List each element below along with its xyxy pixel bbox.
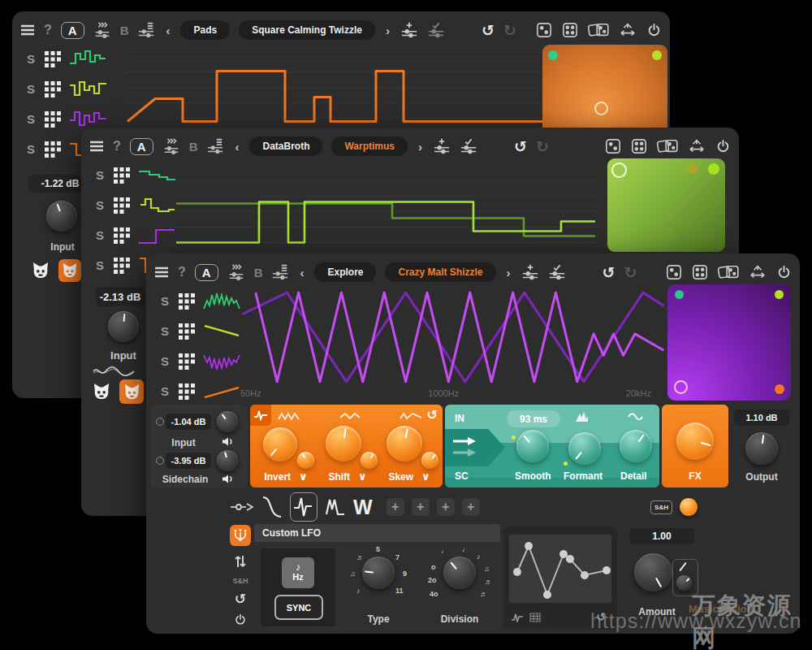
edit-params-icon[interactable] xyxy=(206,137,224,155)
add-shape-button[interactable]: + xyxy=(387,498,404,516)
die-icon-1[interactable] xyxy=(666,264,682,280)
lane-waveform-thumb[interactable] xyxy=(138,165,175,186)
solo-button[interactable]: S xyxy=(96,228,106,242)
morph-balance-icon[interactable] xyxy=(749,264,767,280)
input-gain-knob[interactable] xyxy=(46,201,77,232)
add-shape-button[interactable]: + xyxy=(412,498,430,516)
add-preset-icon[interactable] xyxy=(521,263,539,281)
solo-button[interactable]: S xyxy=(161,384,171,398)
slot-b-button[interactable]: B xyxy=(120,24,129,37)
skew-dropdown-chevron[interactable]: ∨ xyxy=(421,470,430,483)
preset-category-button[interactable]: DataBroth xyxy=(249,136,322,156)
die-icon-2[interactable] xyxy=(692,264,708,280)
xy-cursor-ring[interactable] xyxy=(674,380,688,394)
fx-knob[interactable] xyxy=(676,422,714,460)
next-preset-button[interactable]: › xyxy=(505,266,512,280)
grid-icon[interactable] xyxy=(114,258,130,274)
cat-orange-button[interactable] xyxy=(119,379,144,404)
grid-icon[interactable] xyxy=(179,323,195,340)
smooth-knob[interactable] xyxy=(516,430,549,462)
amount-fine-knob[interactable] xyxy=(676,575,692,591)
strip-power-button[interactable] xyxy=(234,613,247,626)
shift-fine-knob[interactable] xyxy=(361,452,378,469)
output-gain-value[interactable]: 1.10 dB xyxy=(734,410,789,426)
sync-button[interactable]: SYNC xyxy=(274,595,323,620)
menu-icon[interactable] xyxy=(20,24,35,36)
preset-category-button[interactable]: Pads xyxy=(180,20,230,40)
slot-b-button[interactable]: B xyxy=(189,140,198,154)
sc-tilde-icon[interactable] xyxy=(627,412,643,420)
strip-sh-label[interactable]: S&H xyxy=(232,577,248,585)
preset-category-button[interactable]: Explore xyxy=(314,262,376,282)
undo-button[interactable]: ↺ xyxy=(514,139,527,154)
grid-icon[interactable] xyxy=(114,197,130,214)
invert-knob[interactable] xyxy=(263,427,297,462)
add-preset-icon[interactable] xyxy=(433,137,451,155)
speaker-icon[interactable] xyxy=(222,474,234,484)
amount-knob[interactable] xyxy=(634,553,672,592)
slot-a-button[interactable]: A xyxy=(61,22,84,39)
morph-balance-icon[interactable] xyxy=(688,138,706,154)
xy-handle-yellow[interactable] xyxy=(775,290,784,299)
solo-button[interactable]: S xyxy=(96,258,106,272)
lfo-routing-button[interactable] xyxy=(230,525,251,546)
solo-button[interactable]: S xyxy=(27,142,37,156)
help-button[interactable]: ? xyxy=(178,265,186,280)
solo-button[interactable]: S xyxy=(96,168,106,182)
lane-waveform-thumb[interactable] xyxy=(138,195,175,216)
input-gain-value[interactable]: -2.13 dB xyxy=(96,287,145,306)
lane-waveform-thumb[interactable] xyxy=(69,109,106,130)
speaker-icon[interactable] xyxy=(222,436,234,447)
type-knob[interactable] xyxy=(362,557,395,589)
next-preset-button[interactable]: › xyxy=(417,140,424,154)
hz-mode-button[interactable]: ♪ Hz xyxy=(282,557,314,588)
menu-icon[interactable] xyxy=(154,266,169,278)
shift-shape-icon[interactable] xyxy=(339,411,362,421)
next-preset-button[interactable]: › xyxy=(384,24,391,37)
lfo-shape-curve-icon[interactable] xyxy=(261,495,283,519)
invert-fine-knob[interactable] xyxy=(297,452,314,469)
preset-name-button[interactable]: Square Calming Twizzle xyxy=(239,20,375,40)
lfo-shape-double-spike-icon[interactable] xyxy=(325,495,346,519)
division-knob[interactable] xyxy=(443,557,476,589)
undo-button[interactable]: ↺ xyxy=(482,23,495,38)
sequence-morph-icon[interactable] xyxy=(162,137,180,155)
cat-outline-icon[interactable] xyxy=(32,262,50,279)
dice-pair-icon[interactable] xyxy=(657,138,678,154)
die-icon-1[interactable] xyxy=(536,22,552,38)
shift-knob[interactable] xyxy=(326,426,361,462)
sidechain-gain-value[interactable]: -3.95 dB xyxy=(166,453,211,469)
die-icon-1[interactable] xyxy=(605,138,621,154)
xy-handle-yellow[interactable] xyxy=(652,50,662,60)
preset-name-button[interactable]: Warptimus xyxy=(331,136,408,156)
invert-shape-icon[interactable] xyxy=(278,411,300,421)
detail-knob[interactable] xyxy=(620,430,652,462)
solo-button[interactable]: S xyxy=(161,294,171,308)
grid-icon[interactable] xyxy=(179,293,195,310)
lane-waveform-thumb[interactable] xyxy=(69,49,106,70)
step-sequencer-display[interactable] xyxy=(175,180,597,258)
output-knob[interactable] xyxy=(745,432,778,465)
skew-knob[interactable] xyxy=(387,426,422,462)
shaper-reset-icon[interactable]: ↺ xyxy=(427,407,438,422)
prev-preset-button[interactable]: ‹ xyxy=(164,24,171,37)
grid-icon[interactable] xyxy=(114,228,130,244)
input-gain-knob[interactable] xyxy=(217,411,238,432)
xy-pad[interactable] xyxy=(607,158,725,252)
prev-preset-button[interactable]: ‹ xyxy=(233,140,240,154)
edit-params-icon[interactable] xyxy=(137,21,155,39)
grid-icon[interactable] xyxy=(45,111,61,128)
morph-balance-icon[interactable] xyxy=(619,22,637,38)
xy-cursor-ring[interactable] xyxy=(594,102,608,115)
solo-button[interactable]: S xyxy=(27,112,37,126)
input-gain-value[interactable]: -1.04 dB xyxy=(166,414,211,430)
solo-button[interactable]: S xyxy=(27,52,37,66)
xy-handle-orange[interactable] xyxy=(775,384,784,394)
add-shape-button[interactable]: + xyxy=(437,498,455,516)
shift-dropdown-chevron[interactable]: ∨ xyxy=(358,470,367,483)
slot-a-button[interactable]: A xyxy=(130,138,153,155)
xy-pad[interactable] xyxy=(667,284,791,401)
sequence-morph-icon[interactable] xyxy=(227,263,245,281)
menu-icon[interactable] xyxy=(89,141,104,152)
xy-handle-green[interactable] xyxy=(548,50,558,60)
